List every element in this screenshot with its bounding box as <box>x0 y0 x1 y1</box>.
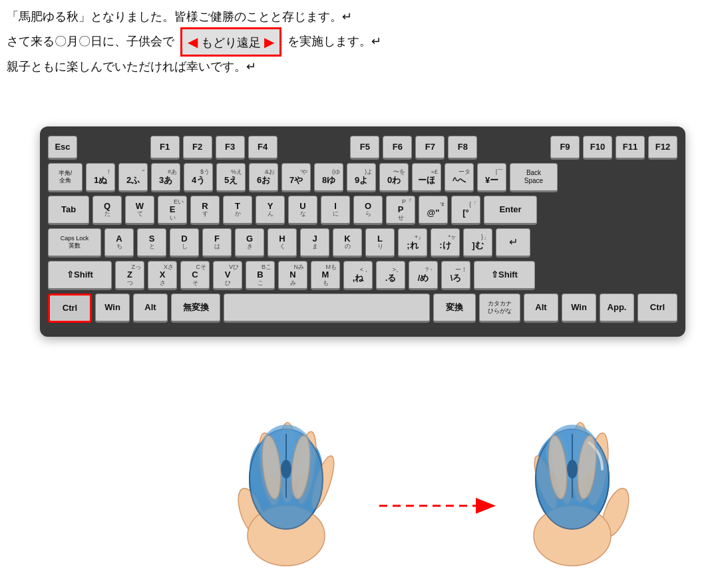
key-7[interactable]: 'や 7や <box>281 163 311 192</box>
text-line-2: さて来る〇月〇日に、子供会で ◀ もどり遠足 ▶ を実施します。↵ <box>7 27 719 57</box>
key-4[interactable]: $う 4う <box>184 163 213 192</box>
key-win-left[interactable]: Win <box>95 293 130 323</box>
key-enter[interactable]: Enter <box>484 196 537 225</box>
key-8[interactable]: (ゆ 8ゆ <box>314 163 343 192</box>
key-h[interactable]: H く <box>268 228 297 258</box>
key-alt-right[interactable]: Alt <box>524 293 558 323</box>
key-w[interactable]: W て <box>125 196 154 225</box>
key-minus[interactable]: =£ ーほ <box>412 163 441 192</box>
key-f8[interactable]: F8 <box>448 136 477 160</box>
keyboard: Esc F1 F2 F3 F4 F5 F6 F7 F8 F9 F10 F11 F… <box>40 126 685 337</box>
key-space[interactable] <box>224 293 430 323</box>
key-hankaku[interactable]: 半角/全角 <box>48 163 83 192</box>
asdf-key-row: Caps Lock英数 A ち S と D し F は G き H く J ま <box>48 228 677 258</box>
key-g[interactable]: G き <box>235 228 264 258</box>
key-f11[interactable]: F11 <box>616 136 645 160</box>
key-f7[interactable]: F7 <box>415 136 445 160</box>
key-esc[interactable]: Esc <box>48 136 77 160</box>
key-b[interactable]: Bこ B こ <box>246 261 275 290</box>
text-line-3: 親子ともに楽しんでいただければ幸いです。↵ <box>7 57 719 77</box>
key-5[interactable]: %え 5え <box>216 163 246 192</box>
key-f5[interactable]: F5 <box>350 136 379 160</box>
key-tab[interactable]: Tab <box>48 196 89 225</box>
key-6[interactable]: &お 6お <box>249 163 278 192</box>
right-hand-svg <box>486 406 659 579</box>
key-n[interactable]: Nみ N み <box>278 261 307 290</box>
key-f1[interactable]: F1 <box>150 136 180 160</box>
key-ctrl-right[interactable]: Ctrl <box>637 293 677 323</box>
key-f12[interactable]: F12 <box>648 136 677 160</box>
text-line-1: 「馬肥ゆる秋」となりました。皆様ご健勝のことと存じます。↵ <box>7 7 719 27</box>
key-yen[interactable]: |￣ ¥ー <box>477 163 506 192</box>
key-ctrl-left[interactable]: Ctrl <box>48 293 92 323</box>
fn-key-row: Esc F1 F2 F3 F4 F5 F6 F7 F8 F9 F10 F11 F… <box>48 136 677 160</box>
key-p[interactable]: P『 P せ <box>386 196 415 225</box>
key-f4[interactable]: F4 <box>248 136 277 160</box>
key-r[interactable]: R す <box>190 196 220 225</box>
key-capslock[interactable]: Caps Lock英数 <box>48 228 101 258</box>
qwerty-key-row: Tab Q た W て Eい E い R す T か Y ん U な <box>48 196 677 225</box>
key-f6[interactable]: F6 <box>383 136 412 160</box>
key-bracket-close[interactable]: }」 ]む <box>463 228 492 258</box>
bottom-key-row: Ctrl Win Alt 無変換 変換 カタカナひらがな Alt Win App… <box>48 293 677 323</box>
key-semicolon[interactable]: +』 ;れ <box>398 228 427 258</box>
number-key-row: 半角/全角 ！ 1ぬ " 2ふ #あ 3あ $う 4う %え 5え &お 6お … <box>48 163 677 192</box>
key-i[interactable]: I に <box>321 196 350 225</box>
key-l[interactable]: L り <box>365 228 395 258</box>
key-0[interactable]: 〜を 0わ <box>379 163 409 192</box>
key-slash[interactable]: ?・ /め <box>409 261 438 290</box>
key-colon[interactable]: *ヶ :け <box>431 228 460 258</box>
key-2[interactable]: " 2ふ <box>118 163 148 192</box>
key-win-right[interactable]: Win <box>562 293 596 323</box>
key-j[interactable]: J ま <box>300 228 329 258</box>
key-u[interactable]: U な <box>288 196 317 225</box>
key-backslash[interactable]: ー！ \ろ <box>441 261 470 290</box>
key-s[interactable]: S と <box>137 228 166 258</box>
key-f[interactable]: F は <box>202 228 232 258</box>
key-o[interactable]: O ら <box>353 196 383 225</box>
key-z[interactable]: Zっ Z つ <box>115 261 144 290</box>
right-arrow-icon: ▶ <box>264 35 274 49</box>
left-arrow-icon: ◀ <box>188 35 198 49</box>
highlighted-text: ◀ もどり遠足 ▶ <box>180 27 281 57</box>
key-caret[interactable]: ータ ^へ <box>445 163 474 192</box>
key-d[interactable]: D し <box>170 228 199 258</box>
key-t[interactable]: T か <box>223 196 252 225</box>
key-a[interactable]: A ち <box>104 228 134 258</box>
key-period[interactable]: >。 .る <box>376 261 405 290</box>
key-k[interactable]: K の <box>333 228 362 258</box>
key-m[interactable]: Mも M も <box>311 261 340 290</box>
drag-arrow-svg <box>373 492 499 519</box>
key-v[interactable]: Vひ V ひ <box>213 261 242 290</box>
left-hand-svg <box>220 406 393 579</box>
key-henkan[interactable]: 変換 <box>433 293 476 323</box>
key-katakana[interactable]: カタカナひらがな <box>479 293 520 323</box>
key-at[interactable]: '¢ @" <box>419 196 448 225</box>
key-f9[interactable]: F9 <box>550 136 580 160</box>
key-9[interactable]: )よ 9よ <box>347 163 376 192</box>
key-shift-right[interactable]: ⇧Shift <box>474 261 535 290</box>
key-app[interactable]: App. <box>600 293 634 323</box>
hands-area <box>200 386 719 572</box>
key-e[interactable]: Eい E い <box>158 196 187 225</box>
key-c[interactable]: Cそ C そ <box>180 261 210 290</box>
key-q[interactable]: Q た <box>92 196 122 225</box>
zxcv-key-row: ⇧Shift Zっ Z つ Xさ X さ Cそ C そ Vひ V ひ Bこ B … <box>48 261 677 290</box>
key-alt-left[interactable]: Alt <box>133 293 168 323</box>
key-1[interactable]: ！ 1ぬ <box>86 163 115 192</box>
key-y[interactable]: Y ん <box>256 196 285 225</box>
key-x[interactable]: Xさ X さ <box>148 261 177 290</box>
key-shift-left[interactable]: ⇧Shift <box>48 261 112 290</box>
key-3[interactable]: #あ 3あ <box>151 163 180 192</box>
key-muhenkan[interactable]: 無変換 <box>171 293 220 323</box>
key-f10[interactable]: F10 <box>583 136 612 160</box>
key-comma[interactable]: <， ,ね <box>343 261 373 290</box>
key-f2[interactable]: F2 <box>183 136 212 160</box>
key-return-icon[interactable]: ↵ <box>496 228 530 258</box>
key-f3[interactable]: F3 <box>216 136 245 160</box>
key-backspace[interactable]: BackSpace <box>510 163 558 192</box>
key-bracket-open[interactable]: {「 [° <box>451 196 480 225</box>
text-area: 「馬肥ゆる秋」となりました。皆様ご健勝のことと存じます。↵ さて来る〇月〇日に、… <box>7 7 719 77</box>
